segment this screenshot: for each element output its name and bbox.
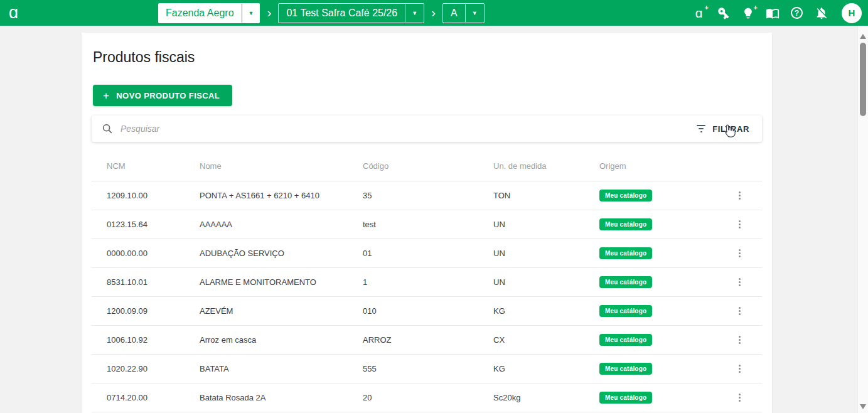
codigo-cell: 1 (363, 277, 493, 287)
column-header-codigo: Código (363, 161, 493, 181)
origem-badge: Meu catálogo (599, 363, 652, 375)
key-icon[interactable] (715, 5, 731, 21)
book-icon[interactable] (764, 5, 780, 21)
table-row[interactable]: 8531.10.01 ALARME E MONITORAMENTO 1 UN M… (92, 268, 762, 297)
chevron-down-icon[interactable]: ▼ (242, 3, 260, 23)
selector-divider (242, 4, 242, 23)
ncm-cell: 8531.10.01 (107, 277, 200, 287)
kebab-menu-icon[interactable] (736, 275, 744, 289)
filtrar-button[interactable]: FILTRAR (689, 119, 757, 139)
novo-produto-fiscal-button[interactable]: + NOVO PRODUTO FISCAL (93, 85, 232, 106)
nome-cell: ADUBAÇÃO SERVIÇO (200, 249, 363, 258)
selector-divider (465, 4, 466, 22)
scrollbar-thumb[interactable] (860, 43, 866, 116)
farm-selector[interactable]: Fazenda Aegro ▼ (158, 3, 260, 23)
novo-produto-fiscal-label: NOVO PRODUTO FISCAL (116, 91, 220, 100)
ncm-cell: 1020.22.90 (107, 364, 200, 373)
plot-selector[interactable]: A ▼ (442, 3, 485, 23)
scroll-up-arrow-icon[interactable] (860, 34, 866, 39)
avatar[interactable]: H (842, 3, 862, 23)
table-row[interactable]: 0714.20.00 Batata Rosada 2A 20 Sc20kg Me… (92, 384, 762, 412)
column-header-nome: Nome (200, 161, 363, 181)
aegro-add-icon[interactable]: ɑ + (691, 5, 707, 21)
table-row[interactable]: 1200.09.09 AZEVÉM 010 KG Meu catálogo (92, 297, 762, 326)
actions-cell (736, 362, 763, 376)
chevron-down-icon[interactable]: ▼ (466, 4, 484, 23)
chevron-down-icon[interactable]: ▼ (405, 4, 424, 23)
ncm-cell: 1006.10.92 (107, 335, 200, 345)
origem-badge: Meu catálogo (599, 218, 652, 230)
origem-cell: Meu catálogo (599, 305, 736, 317)
kebab-menu-icon[interactable] (736, 390, 744, 405)
codigo-cell: ARROZ (363, 335, 493, 345)
actions-cell (736, 217, 763, 232)
nome-cell: AAAAAA (200, 220, 363, 229)
ncm-cell: 0000.00.00 (107, 249, 200, 258)
scroll-down-arrow-icon[interactable] (860, 404, 866, 409)
actions-cell (736, 275, 763, 289)
ncm-cell: 1209.10.00 (107, 191, 200, 200)
table-row[interactable]: 0123.15.64 AAAAAA test UN Meu catálogo (92, 210, 762, 239)
origem-cell: Meu catálogo (599, 363, 736, 375)
actions-cell (736, 304, 763, 318)
actions-cell (736, 390, 763, 405)
table-row[interactable]: 1006.10.92 Arroz em casca ARROZ CX Meu c… (92, 326, 762, 355)
kebab-menu-icon[interactable] (736, 188, 744, 203)
search-filter-bar: FILTRAR (92, 115, 762, 142)
lightbulb-plus-icon[interactable]: + (740, 5, 756, 21)
kebab-menu-icon[interactable] (736, 304, 744, 318)
nome-cell: AZEVÉM (200, 306, 363, 316)
origem-cell: Meu catálogo (599, 247, 736, 259)
produtos-fiscais-card: Produtos fiscais + NOVO PRODUTO FISCAL F… (82, 33, 772, 413)
unidade-cell: KG (493, 364, 599, 373)
kebab-menu-icon[interactable] (736, 217, 744, 232)
season-selector-label: 01 Test Safra Café 25/26 (279, 4, 405, 23)
season-selector[interactable]: 01 Test Safra Café 25/26 ▼ (278, 3, 424, 23)
breadcrumb-chevron-icon: › (431, 6, 436, 21)
notifications-off-icon[interactable] (813, 5, 829, 21)
codigo-cell: 555 (363, 364, 493, 373)
aegro-logo-icon[interactable]: ɑ (9, 4, 28, 21)
vertical-scrollbar[interactable] (857, 26, 868, 413)
products-table: NCM Nome Código Un. de medida Origem 120… (92, 142, 762, 412)
table-row[interactable]: 0000.00.00 ADUBAÇÃO SERVIÇO 01 UN Meu ca… (92, 239, 762, 268)
column-header-origem: Origem (599, 161, 736, 181)
unidade-cell: Sc20kg (493, 393, 599, 402)
table-body: 1209.10.00 PONTA + AS1661 + 6210 + 6410 … (92, 181, 762, 412)
codigo-cell: test (363, 220, 493, 229)
origem-cell: Meu catálogo (599, 276, 736, 288)
nome-cell: Arroz em casca (200, 335, 363, 345)
kebab-menu-icon[interactable] (736, 362, 744, 376)
ncm-cell: 0714.20.00 (107, 393, 200, 402)
codigo-cell: 01 (363, 249, 493, 258)
actions-cell (736, 188, 763, 203)
unidade-cell: UN (493, 277, 599, 287)
codigo-cell: 35 (363, 191, 493, 200)
plot-selector-label: A (443, 4, 465, 23)
origem-badge: Meu catálogo (599, 305, 652, 317)
ncm-cell: 0123.15.64 (107, 220, 200, 229)
actions-cell (736, 246, 763, 260)
plus-icon: + (103, 90, 109, 101)
nome-cell: PONTA + AS1661 + 6210 + 6410 (200, 191, 363, 200)
origem-badge: Meu catálogo (599, 190, 652, 201)
search-input[interactable] (121, 124, 689, 134)
actions-cell (736, 333, 763, 347)
farm-selector-label: Fazenda Aegro (158, 3, 242, 23)
help-icon[interactable]: ? (789, 5, 805, 21)
nome-cell: Batata Rosada 2A (200, 393, 363, 402)
topbar-actions: ɑ + + ? (691, 3, 862, 23)
breadcrumb: Fazenda Aegro ▼ › 01 Test Safra Café 25/… (158, 3, 485, 23)
selector-divider (405, 4, 405, 22)
breadcrumb-chevron-icon: › (267, 6, 271, 21)
column-header-ncm: NCM (107, 161, 200, 181)
table-row[interactable]: 1020.22.90 BATATA 555 KG Meu catálogo (92, 355, 762, 384)
table-row[interactable]: 1209.10.00 PONTA + AS1661 + 6210 + 6410 … (92, 181, 762, 210)
kebab-menu-icon[interactable] (736, 246, 744, 260)
page-title: Produtos fiscais (92, 33, 762, 66)
nome-cell: ALARME E MONITORAMENTO (200, 277, 363, 287)
origem-badge: Meu catálogo (599, 392, 652, 404)
kebab-menu-icon[interactable] (736, 333, 744, 347)
origem-badge: Meu catálogo (599, 276, 652, 288)
table-header-row: NCM Nome Código Un. de medida Origem (92, 142, 762, 181)
